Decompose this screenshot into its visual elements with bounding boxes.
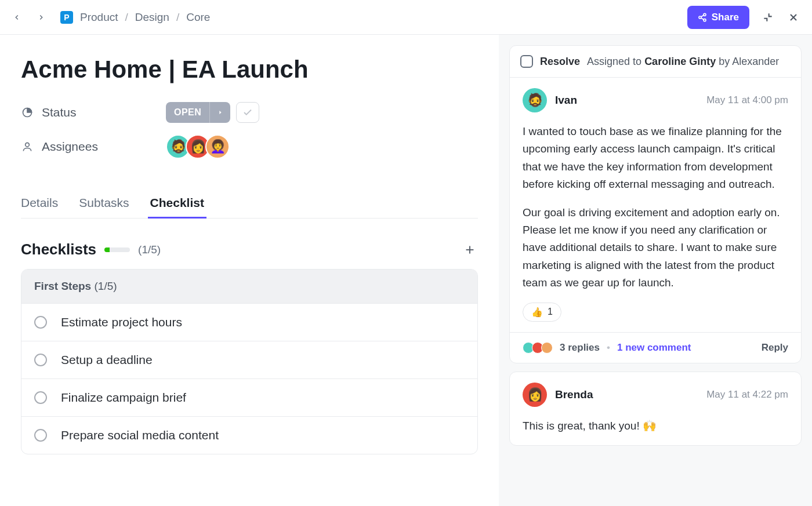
reaction-emoji: 👍 [531, 307, 543, 318]
assigned-text: Assigned to Caroline Ginty by Alexander [587, 56, 779, 68]
tab-subtasks[interactable]: Subtasks [79, 188, 129, 218]
breadcrumb-item[interactable]: Product [80, 11, 118, 24]
comment-author[interactable]: Brenda [555, 388, 593, 401]
reaction-count: 1 [548, 307, 553, 317]
comment-thread-card: Resolve Assigned to Caroline Ginty by Al… [509, 45, 802, 363]
assigned-to-name: Caroline Ginty [644, 56, 716, 67]
svg-line-3 [701, 18, 704, 20]
resolve-label[interactable]: Resolve [540, 56, 580, 68]
thread-footer: 3 replies • 1 new comment Reply [510, 332, 801, 363]
tab-checklist[interactable]: Checklist [150, 188, 204, 218]
breadcrumb-item[interactable]: Design [135, 11, 169, 24]
nav-back-button[interactable] [12, 12, 22, 23]
checklist-checkbox[interactable] [34, 316, 47, 329]
topbar: P Product / Design / Core Share [0, 0, 812, 35]
checklist-item[interactable]: Prepare social media content [21, 416, 477, 454]
dot-separator: • [607, 342, 610, 354]
checklist-group: First Steps (1/5) Estimate project hours… [21, 269, 478, 454]
checklist-item-label: Prepare social media content [61, 428, 219, 442]
breadcrumb-item[interactable]: Core [186, 11, 210, 24]
checklist-checkbox[interactable] [34, 354, 47, 366]
checklist-item-label: Setup a deadline [61, 353, 153, 367]
avatar[interactable]: 🧔 [523, 88, 547, 112]
checklist-item-label: Estimate project hours [61, 315, 182, 329]
assignees-field-label: Assignees [42, 140, 98, 154]
breadcrumb-separator: / [125, 11, 128, 24]
complete-button[interactable] [236, 102, 259, 123]
plus-icon [463, 243, 476, 256]
share-button[interactable]: Share [687, 6, 749, 29]
share-icon [698, 13, 707, 22]
share-label: Share [712, 12, 739, 23]
checklist-checkbox[interactable] [34, 391, 47, 404]
breadcrumb-separator: / [176, 11, 179, 24]
comments-panel: Resolve Assigned to Caroline Ginty by Al… [499, 35, 812, 506]
avatar [541, 342, 553, 354]
task-detail-panel: Acme Home | EA Launch Status OPEN [0, 35, 499, 506]
checklist-group-count: (1/5) [94, 280, 117, 292]
resolve-bar: Resolve Assigned to Caroline Ginty by Al… [510, 46, 801, 78]
add-checklist-button[interactable] [462, 242, 478, 258]
comment: 🧔 Ivan May 11 at 4:00 pm I wanted to tou… [510, 78, 801, 332]
avatar[interactable]: 👩 [523, 383, 547, 407]
svg-line-4 [701, 15, 704, 17]
assignee-avatars[interactable]: 🧔 👩 👩‍🦱 [166, 134, 230, 159]
svg-marker-8 [219, 111, 221, 114]
checklists-progress-bar [104, 247, 130, 252]
checklist-item-label: Finalize campaign brief [61, 391, 186, 405]
comment-timestamp: May 11 at 4:00 pm [706, 94, 788, 106]
status-dropdown[interactable]: OPEN [166, 102, 230, 123]
svg-point-1 [699, 16, 701, 19]
reaction-button[interactable]: 👍 1 [523, 303, 561, 322]
checklist-checkbox[interactable] [34, 429, 47, 442]
tab-details[interactable]: Details [21, 188, 58, 218]
svg-point-0 [704, 13, 706, 16]
comment: 👩 Brenda May 11 at 4:22 pm This is great… [510, 372, 801, 445]
comment-timestamp: May 11 at 4:22 pm [706, 389, 788, 401]
avatar[interactable]: 👩‍🦱 [205, 134, 230, 159]
comment-author[interactable]: Ivan [555, 94, 577, 107]
tabs: Details Subtasks Checklist [21, 188, 478, 219]
checklists-progress-count: (1/5) [138, 243, 161, 256]
svg-point-2 [704, 19, 706, 21]
status-value: OPEN [166, 107, 209, 118]
checklists-title: Checklists [21, 241, 96, 259]
checklist-item[interactable]: Estimate project hours [21, 303, 477, 341]
person-icon [21, 140, 34, 153]
replies-count[interactable]: 3 replies [560, 342, 600, 354]
progress-fill [104, 247, 110, 252]
reply-button[interactable]: Reply [762, 342, 788, 354]
nav-forward-button[interactable] [36, 12, 46, 23]
page-title[interactable]: Acme Home | EA Launch [21, 56, 478, 83]
status-next-icon[interactable] [209, 102, 230, 123]
status-icon [21, 106, 34, 119]
space-icon: P [60, 11, 73, 24]
resolve-checkbox[interactable] [520, 55, 533, 68]
new-comment-link[interactable]: 1 new comment [617, 342, 691, 354]
comment-text: I wanted to touch base as we finalize pl… [523, 123, 788, 194]
breadcrumb: P Product / Design / Core [60, 11, 210, 24]
checklist-item[interactable]: Finalize campaign brief [21, 378, 477, 416]
svg-point-9 [26, 143, 30, 147]
minimize-button[interactable] [761, 10, 775, 24]
check-icon [242, 107, 253, 118]
checklist-group-header[interactable]: First Steps (1/5) [21, 270, 477, 303]
comment-card: 👩 Brenda May 11 at 4:22 pm This is great… [509, 372, 802, 446]
checklist-item[interactable]: Setup a deadline [21, 341, 477, 378]
checklist-group-name: First Steps [34, 280, 91, 292]
close-button[interactable] [786, 10, 800, 24]
reply-avatars [523, 342, 553, 354]
status-field-label: Status [42, 105, 77, 119]
comment-text: This is great, thank you! 🙌 [523, 417, 788, 435]
comment-text: Our goal is driving excitement and adopt… [523, 204, 788, 292]
